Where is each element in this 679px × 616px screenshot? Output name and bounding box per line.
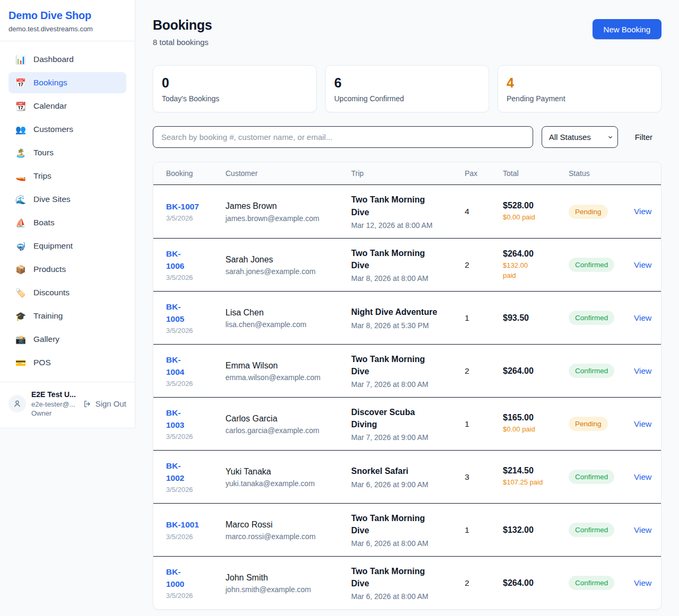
stat-label: Today's Bookings: [162, 94, 308, 103]
booking-date: 3/5/2026: [166, 327, 220, 335]
sign-out-button[interactable]: Sign Out: [83, 399, 126, 408]
view-link[interactable]: View: [634, 578, 651, 587]
sidebar-item-dive-sites[interactable]: 🌊Dive Sites: [8, 189, 126, 210]
customer-email: yuki.tanaka@example.com: [225, 479, 346, 488]
booking-id-link[interactable]: BK- 1003: [166, 407, 184, 431]
booking-id-link[interactable]: BK- 1002: [166, 460, 184, 484]
booking-id-link[interactable]: BK- 1000: [166, 566, 184, 590]
view-link[interactable]: View: [634, 260, 651, 269]
view-cell: View: [634, 313, 661, 323]
customer-name: James Brown: [225, 200, 346, 212]
wave-icon: 🌊: [15, 195, 27, 205]
view-link[interactable]: View: [634, 207, 651, 216]
table-row: BK-10073/5/2026James Brownjames.brown@ex…: [153, 185, 661, 238]
trip-datetime: Mar 6, 2026 at 8:00 AM: [351, 592, 459, 601]
booking-id-link[interactable]: BK- 1004: [166, 354, 184, 378]
booking-cell: BK- 10033/5/2026: [166, 407, 225, 441]
total-amount: $528.00: [503, 201, 563, 210]
customer-name: Carlos Garcia: [225, 413, 346, 425]
page: Demo Dive Shop demo.test.divestreams.com…: [0, 0, 679, 616]
booking-id-link[interactable]: BK-1001: [166, 519, 199, 531]
status-badge: Confirmed: [569, 523, 614, 537]
pax-count: 4: [465, 207, 503, 216]
page-header-text: Bookings 8 total bookings: [153, 17, 212, 47]
view-cell: View: [634, 472, 661, 482]
trip-cell: Two Tank Morning DiveMar 7, 2026 at 8:00…: [351, 353, 465, 389]
status-select-wrap: All Statuses: [542, 126, 618, 148]
trip-name: Two Tank Morning Dive: [351, 565, 459, 589]
booking-cell: BK- 10023/5/2026: [166, 460, 225, 494]
stat-card: 6Upcoming Confirmed: [325, 65, 489, 112]
status-badge: Confirmed: [569, 470, 614, 484]
paid-amount: $107.25 paid: [503, 478, 563, 487]
trip-datetime: Mar 12, 2026 at 8:00 AM: [351, 221, 459, 230]
booking-date: 3/5/2026: [166, 274, 220, 281]
column-header: Total: [503, 169, 569, 178]
sidebar-item-trips[interactable]: 🚤Trips: [8, 165, 126, 187]
booking-id-link[interactable]: BK- 1005: [166, 301, 184, 325]
filter-row: All Statuses Filter: [153, 126, 661, 148]
sidebar-item-label: Equipment: [33, 241, 73, 251]
stat-label: Upcoming Confirmed: [334, 94, 480, 103]
table-row: BK- 10053/5/2026Lisa Chenlisa.chen@examp…: [153, 291, 661, 344]
trip-cell: Night Dive AdventureMar 8, 2026 at 5:30 …: [351, 306, 465, 329]
sidebar-item-calendar[interactable]: 📆Calendar: [8, 95, 126, 117]
sidebar-item-bookings[interactable]: 📅Bookings: [8, 72, 126, 93]
sidebar-item-training[interactable]: 🎓Training: [8, 305, 126, 327]
sidebar-item-gallery[interactable]: 📸Gallery: [8, 329, 126, 350]
sidebar-item-products[interactable]: 📦Products: [8, 259, 126, 280]
speedboat-icon: 🚤: [15, 171, 27, 181]
customer-cell: James Brownjames.brown@example.com: [225, 200, 351, 222]
status-select[interactable]: All Statuses: [542, 126, 618, 148]
customer-name: Sarah Jones: [225, 254, 346, 266]
customer-cell: Emma Wilsonemma.wilson@example.com: [225, 360, 351, 382]
pax-count: 1: [465, 419, 503, 429]
booking-id-link[interactable]: BK-1007: [166, 201, 199, 213]
stats-row: 0Today's Bookings6Upcoming Confirmed4Pen…: [153, 65, 661, 112]
sidebar-item-equipment[interactable]: 🤿Equipment: [8, 235, 126, 257]
brand: Demo Dive Shop demo.test.divestreams.com: [0, 0, 135, 41]
trip-name: Two Tank Morning Dive: [351, 193, 459, 218]
view-link[interactable]: View: [634, 419, 651, 428]
paid-amount: $132.00 paid: [503, 261, 563, 280]
sidebar-item-boats[interactable]: ⛵Boats: [8, 212, 126, 233]
booking-cell: BK- 10063/5/2026: [166, 248, 225, 281]
stat-value: 6: [334, 75, 480, 91]
view-cell: View: [634, 578, 661, 588]
sidebar-item-label: Training: [33, 311, 63, 321]
person-icon: [13, 399, 22, 408]
status-badge: Confirmed: [569, 258, 614, 272]
booking-id-link[interactable]: BK- 1006: [166, 248, 184, 272]
customer-cell: Yuki Tanakayuki.tanaka@example.com: [225, 466, 351, 488]
column-header: Trip: [351, 169, 465, 178]
view-link[interactable]: View: [634, 525, 651, 534]
customer-cell: John Smithjohn.smith@example.com: [225, 572, 351, 594]
view-link[interactable]: View: [634, 366, 651, 375]
stat-value: 0: [162, 75, 308, 91]
trip-cell: Two Tank Morning DiveMar 6, 2026 at 8:00…: [351, 565, 465, 601]
view-link[interactable]: View: [634, 472, 651, 481]
user-box: E2E Test U... e2e-tester@... Owner Sign …: [0, 382, 135, 428]
brand-domain: demo.test.divestreams.com: [8, 25, 126, 33]
customer-email: lisa.chen@example.com: [225, 320, 346, 329]
booking-date: 3/5/2026: [166, 380, 220, 388]
calendar-icon: 📅: [15, 78, 27, 88]
sidebar-item-label: Tours: [33, 148, 54, 157]
sidebar-item-dashboard[interactable]: 📊Dashboard: [8, 49, 126, 70]
view-cell: View: [634, 207, 661, 216]
sailboat-icon: ⛵: [15, 218, 27, 228]
booking-cell: BK-10013/5/2026: [166, 519, 225, 540]
sidebar-item-pos[interactable]: 💳POS: [8, 352, 126, 373]
sidebar-item-discounts[interactable]: 🏷️Discounts: [8, 282, 126, 303]
filter-button[interactable]: Filter: [635, 133, 652, 142]
booking-date: 3/5/2026: [166, 533, 220, 541]
sidebar-item-tours[interactable]: 🏝️Tours: [8, 142, 126, 163]
new-booking-button[interactable]: New Booking: [593, 19, 661, 39]
search-input[interactable]: [153, 126, 533, 148]
total-amount: $214.50: [503, 466, 563, 476]
total-cell: $528.00$0.00 paid: [503, 201, 569, 222]
total-amount: $264.00: [503, 578, 563, 588]
view-link[interactable]: View: [634, 313, 651, 322]
sidebar-item-customers[interactable]: 👥Customers: [8, 119, 126, 140]
customer-cell: Marco Rossimarco.rossi@example.com: [225, 519, 351, 541]
